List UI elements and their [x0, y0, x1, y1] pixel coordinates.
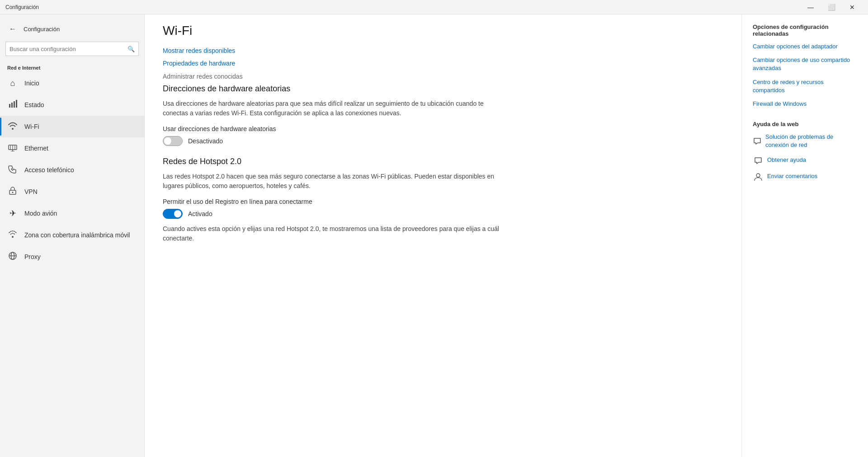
proxy-icon: [7, 251, 18, 263]
toggle-hardware-switch[interactable]: [163, 136, 183, 146]
right-panel: Opciones de configuración relacionadas C…: [741, 14, 868, 457]
wifi-icon: [7, 122, 18, 132]
centro-redes-link[interactable]: Centro de redes y recursos compartidos: [753, 78, 857, 94]
help-title: Ayuda de la web: [753, 121, 857, 127]
section-hardware-title: Direcciones de hardware aleatorias: [163, 84, 723, 94]
svg-point-15: [756, 174, 760, 177]
page-title: Wi-Fi: [163, 24, 723, 38]
obtener-row: Obtener ayuda: [753, 155, 857, 166]
window-controls: — ⬜ ✕: [800, 0, 863, 14]
sidebar-item-avion-label: Modo avión: [24, 210, 57, 217]
cambiar-adaptador-link[interactable]: Cambiar opciones del adaptador: [753, 42, 857, 51]
search-input[interactable]: [9, 46, 127, 52]
sidebar-item-vpn[interactable]: VPN: [0, 181, 144, 203]
title-bar: Configuración — ⬜ ✕: [0, 0, 868, 14]
maximize-button[interactable]: ⬜: [821, 0, 842, 14]
toggle-hardware-control-row: Desactivado: [163, 136, 723, 146]
enviar-link[interactable]: Enviar comentarios: [767, 172, 817, 180]
help-section: Ayuda de la web Solución de problemas de…: [753, 121, 857, 182]
admin-redes-label: Administrar redes conocidas: [163, 73, 243, 80]
toggle-row-hardware: Usar direcciones de hardware aleatorias: [163, 125, 723, 132]
svg-rect-0: [9, 104, 10, 108]
close-button[interactable]: ✕: [842, 0, 863, 14]
propiedades-link[interactable]: Propiedades de hardware: [163, 60, 723, 67]
cambiar-compartido-link[interactable]: Cambiar opciones de uso compartido avanz…: [753, 56, 857, 72]
sidebar-item-acceso-label: Acceso telefónico: [24, 166, 74, 174]
sidebar-item-inicio-label: Inicio: [24, 80, 39, 87]
config-relacionadas-title: Opciones de configuración relacionadas: [753, 24, 857, 37]
svg-rect-2: [14, 101, 15, 108]
sidebar-item-vpn-label: VPN: [24, 188, 38, 195]
toggle-hotspot-switch[interactable]: [163, 209, 183, 219]
home-icon: ⌂: [7, 79, 18, 88]
firewall-link[interactable]: Firewall de Windows: [753, 100, 857, 108]
sidebar-item-proxy-label: Proxy: [24, 253, 41, 260]
mostrar-redes-link[interactable]: Mostrar redes disponibles: [163, 47, 723, 54]
sidebar-item-wifi[interactable]: Wi-Fi: [0, 116, 144, 137]
back-button[interactable]: ←: [5, 22, 20, 36]
toggle-hotspot-control-row: Activado: [163, 209, 723, 219]
sidebar-item-zona[interactable]: Zona con cobertura inalámbrica móvil: [0, 224, 144, 246]
sidebar: ← Configuración 🔍 Red e Internet ⌂ Inici…: [0, 14, 145, 457]
sidebar-item-wifi-label: Wi-Fi: [24, 123, 39, 130]
sidebar-header: ← Configuración: [0, 18, 144, 40]
toggle-hardware-label: Usar direcciones de hardware aleatorias: [163, 125, 276, 132]
svg-rect-1: [11, 103, 13, 108]
search-icon: 🔍: [127, 46, 135, 52]
vpn-icon: [7, 186, 18, 198]
sidebar-item-ethernet[interactable]: Ethernet: [0, 137, 144, 159]
sidebar-item-estado[interactable]: Estado: [0, 94, 144, 116]
enviar-row: Enviar comentarios: [753, 171, 857, 182]
zona-icon: [7, 230, 18, 240]
sidebar-app-title: Configuración: [24, 26, 60, 33]
solucion-icon: [753, 136, 762, 146]
minimize-button[interactable]: —: [800, 0, 821, 14]
sidebar-item-zona-label: Zona con cobertura inalámbrica móvil: [24, 231, 130, 239]
toggle-hotspot-status: Activado: [188, 210, 212, 217]
main-content: Wi-Fi Mostrar redes disponibles Propieda…: [145, 14, 741, 457]
estado-icon: [7, 99, 18, 111]
toggle-hardware-status: Desactivado: [188, 137, 223, 145]
section-hotspot-desc: Las redes Hotspot 2.0 hacen que sea más …: [163, 172, 506, 191]
enviar-icon: [753, 171, 764, 182]
acceso-icon: [7, 165, 18, 176]
toggle-hotspot-label: Permitir el uso del Registro en línea pa…: [163, 198, 312, 205]
avion-icon: ✈: [7, 208, 18, 218]
svg-rect-3: [16, 100, 17, 108]
svg-point-11: [12, 192, 14, 193]
obtener-link[interactable]: Obtener ayuda: [767, 156, 806, 164]
app-body: ← Configuración 🔍 Red e Internet ⌂ Inici…: [0, 14, 868, 457]
search-box[interactable]: 🔍: [5, 42, 139, 56]
obtener-icon: [753, 155, 764, 166]
sidebar-item-proxy[interactable]: Proxy: [0, 246, 144, 268]
sidebar-item-ethernet-label: Ethernet: [24, 145, 48, 152]
sidebar-section-label: Red e Internet: [0, 61, 144, 72]
hotspot-extra-desc: Cuando actives esta opción y elijas una …: [163, 224, 506, 243]
back-icon: ←: [9, 25, 16, 33]
sidebar-item-inicio[interactable]: ⌂ Inicio: [0, 72, 144, 94]
section-hotspot-title: Redes de Hotspot 2.0: [163, 157, 723, 166]
sidebar-item-avion[interactable]: ✈ Modo avión: [0, 203, 144, 224]
ethernet-icon: [7, 143, 18, 154]
solucion-link[interactable]: Solución de problemas de conexión de red: [765, 133, 857, 149]
solucion-row: Solución de problemas de conexión de red: [753, 133, 857, 149]
toggle-row-hotspot: Permitir el uso del Registro en línea pa…: [163, 198, 723, 205]
sidebar-item-acceso[interactable]: Acceso telefónico: [0, 159, 144, 181]
section-hardware-desc: Usa direcciones de hardware aleatorias p…: [163, 99, 506, 118]
app-title: Configuración: [5, 4, 800, 10]
sidebar-item-estado-label: Estado: [24, 101, 44, 108]
